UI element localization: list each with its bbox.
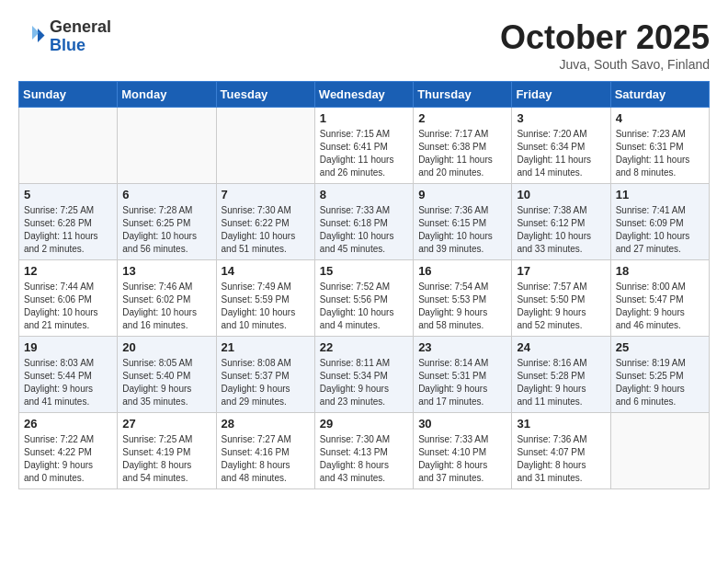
day-info: Sunrise: 8:03 AM Sunset: 5:44 PM Dayligh… [24, 357, 112, 408]
day-info: Sunrise: 8:19 AM Sunset: 5:25 PM Dayligh… [616, 357, 704, 408]
location-subtitle: Juva, South Savo, Finland [500, 57, 710, 72]
calendar-cell: 24Sunrise: 8:16 AM Sunset: 5:28 PM Dayli… [512, 337, 610, 413]
calendar-cell: 14Sunrise: 7:49 AM Sunset: 5:59 PM Dayli… [216, 260, 314, 337]
weekday-header-monday: Monday [118, 82, 216, 108]
weekday-header-friday: Friday [512, 82, 610, 108]
day-number: 21 [222, 340, 310, 354]
day-number: 25 [616, 340, 704, 354]
calendar-cell: 19Sunrise: 8:03 AM Sunset: 5:44 PM Dayli… [19, 337, 118, 413]
day-info: Sunrise: 7:30 AM Sunset: 4:13 PM Dayligh… [320, 433, 408, 485]
day-info: Sunrise: 8:05 AM Sunset: 5:40 PM Dayligh… [122, 357, 210, 408]
calendar-cell: 7Sunrise: 7:30 AM Sunset: 6:22 PM Daylig… [216, 184, 314, 260]
calendar-cell: 5Sunrise: 7:25 AM Sunset: 6:28 PM Daylig… [19, 184, 118, 260]
day-number: 7 [222, 188, 310, 201]
calendar-cell: 3Sunrise: 7:20 AM Sunset: 6:34 PM Daylig… [512, 108, 610, 184]
day-info: Sunrise: 7:49 AM Sunset: 5:59 PM Dayligh… [222, 281, 310, 332]
calendar-week-row: 12Sunrise: 7:44 AM Sunset: 6:06 PM Dayli… [19, 260, 710, 337]
calendar-cell [118, 108, 216, 184]
calendar-cell: 29Sunrise: 7:30 AM Sunset: 4:13 PM Dayli… [314, 413, 413, 489]
month-title: October 2025 [500, 18, 710, 57]
calendar-cell: 26Sunrise: 7:22 AM Sunset: 4:22 PM Dayli… [19, 413, 118, 489]
day-number: 20 [122, 340, 210, 354]
day-number: 10 [517, 188, 605, 201]
day-number: 1 [320, 111, 408, 125]
calendar-table: SundayMondayTuesdayWednesdayThursdayFrid… [18, 81, 710, 489]
calendar-cell: 12Sunrise: 7:44 AM Sunset: 6:06 PM Dayli… [19, 260, 118, 337]
day-number: 29 [320, 417, 408, 431]
day-number: 17 [517, 264, 605, 278]
calendar-week-row: 1Sunrise: 7:15 AM Sunset: 6:41 PM Daylig… [19, 108, 710, 184]
calendar-cell [19, 108, 118, 184]
calendar-cell: 10Sunrise: 7:38 AM Sunset: 6:12 PM Dayli… [512, 184, 610, 260]
day-number: 22 [320, 340, 408, 354]
calendar-cell: 6Sunrise: 7:28 AM Sunset: 6:25 PM Daylig… [118, 184, 216, 260]
day-number: 3 [517, 111, 605, 125]
day-number: 23 [418, 340, 506, 354]
calendar-cell: 30Sunrise: 7:33 AM Sunset: 4:10 PM Dayli… [414, 413, 512, 489]
day-number: 16 [418, 264, 506, 278]
day-number: 14 [222, 264, 310, 278]
title-block: October 2025 Juva, South Savo, Finland [500, 18, 710, 72]
day-number: 11 [616, 188, 704, 201]
day-info: Sunrise: 7:46 AM Sunset: 6:02 PM Dayligh… [122, 281, 210, 332]
day-info: Sunrise: 7:36 AM Sunset: 6:15 PM Dayligh… [418, 204, 506, 256]
day-info: Sunrise: 7:57 AM Sunset: 5:50 PM Dayligh… [517, 281, 605, 332]
day-number: 19 [24, 340, 112, 354]
day-number: 18 [616, 264, 704, 278]
weekday-header-tuesday: Tuesday [216, 82, 314, 108]
calendar-cell: 17Sunrise: 7:57 AM Sunset: 5:50 PM Dayli… [512, 260, 610, 337]
calendar-cell: 31Sunrise: 7:36 AM Sunset: 4:07 PM Dayli… [512, 413, 610, 489]
calendar-cell: 4Sunrise: 7:23 AM Sunset: 6:31 PM Daylig… [610, 108, 709, 184]
day-number: 26 [24, 417, 112, 431]
calendar-week-row: 5Sunrise: 7:25 AM Sunset: 6:28 PM Daylig… [19, 184, 710, 260]
day-info: Sunrise: 7:30 AM Sunset: 6:22 PM Dayligh… [222, 204, 310, 256]
day-number: 5 [24, 188, 112, 201]
calendar-cell: 2Sunrise: 7:17 AM Sunset: 6:38 PM Daylig… [414, 108, 512, 184]
day-number: 15 [320, 264, 408, 278]
calendar-cell: 22Sunrise: 8:11 AM Sunset: 5:34 PM Dayli… [314, 337, 413, 413]
day-number: 12 [24, 264, 112, 278]
calendar-cell: 27Sunrise: 7:25 AM Sunset: 4:19 PM Dayli… [118, 413, 216, 489]
day-number: 4 [616, 111, 704, 125]
calendar-cell: 28Sunrise: 7:27 AM Sunset: 4:16 PM Dayli… [216, 413, 314, 489]
day-info: Sunrise: 7:38 AM Sunset: 6:12 PM Dayligh… [517, 204, 605, 256]
calendar-cell: 23Sunrise: 8:14 AM Sunset: 5:31 PM Dayli… [414, 337, 512, 413]
calendar-cell: 13Sunrise: 7:46 AM Sunset: 6:02 PM Dayli… [118, 260, 216, 337]
weekday-header-thursday: Thursday [414, 82, 512, 108]
day-info: Sunrise: 8:11 AM Sunset: 5:34 PM Dayligh… [320, 357, 408, 408]
day-info: Sunrise: 7:33 AM Sunset: 6:18 PM Dayligh… [320, 204, 408, 256]
weekday-header-sunday: Sunday [19, 82, 118, 108]
day-info: Sunrise: 7:54 AM Sunset: 5:53 PM Dayligh… [418, 281, 506, 332]
page-header: General Blue October 2025 Juva, South Sa… [18, 18, 710, 72]
day-info: Sunrise: 7:27 AM Sunset: 4:16 PM Dayligh… [222, 433, 310, 485]
day-info: Sunrise: 8:00 AM Sunset: 5:47 PM Dayligh… [616, 281, 704, 332]
svg-marker-0 [38, 29, 45, 42]
calendar-week-row: 26Sunrise: 7:22 AM Sunset: 4:22 PM Dayli… [19, 413, 710, 489]
calendar-cell: 1Sunrise: 7:15 AM Sunset: 6:41 PM Daylig… [314, 108, 413, 184]
logo: General Blue [18, 18, 111, 55]
day-info: Sunrise: 7:52 AM Sunset: 5:56 PM Dayligh… [320, 281, 408, 332]
day-info: Sunrise: 7:44 AM Sunset: 6:06 PM Dayligh… [24, 281, 112, 332]
calendar-cell: 8Sunrise: 7:33 AM Sunset: 6:18 PM Daylig… [314, 184, 413, 260]
calendar-cell: 20Sunrise: 8:05 AM Sunset: 5:40 PM Dayli… [118, 337, 216, 413]
calendar-cell [216, 108, 314, 184]
day-number: 31 [517, 417, 605, 431]
logo-icon [18, 23, 46, 51]
day-info: Sunrise: 7:41 AM Sunset: 6:09 PM Dayligh… [616, 204, 704, 256]
day-number: 24 [517, 340, 605, 354]
calendar-header-row: SundayMondayTuesdayWednesdayThursdayFrid… [19, 82, 710, 108]
day-number: 9 [418, 188, 506, 201]
weekday-header-saturday: Saturday [610, 82, 709, 108]
day-number: 30 [418, 417, 506, 431]
day-info: Sunrise: 8:14 AM Sunset: 5:31 PM Dayligh… [418, 357, 506, 408]
day-info: Sunrise: 7:28 AM Sunset: 6:25 PM Dayligh… [122, 204, 210, 256]
day-number: 2 [418, 111, 506, 125]
day-number: 13 [122, 264, 210, 278]
logo-blue-text: Blue [50, 37, 111, 55]
day-info: Sunrise: 7:23 AM Sunset: 6:31 PM Dayligh… [616, 128, 704, 179]
calendar-cell: 18Sunrise: 8:00 AM Sunset: 5:47 PM Dayli… [610, 260, 709, 337]
day-info: Sunrise: 7:25 AM Sunset: 6:28 PM Dayligh… [24, 204, 112, 256]
day-info: Sunrise: 8:08 AM Sunset: 5:37 PM Dayligh… [222, 357, 310, 408]
day-info: Sunrise: 7:22 AM Sunset: 4:22 PM Dayligh… [24, 433, 112, 485]
calendar-cell: 11Sunrise: 7:41 AM Sunset: 6:09 PM Dayli… [610, 184, 709, 260]
